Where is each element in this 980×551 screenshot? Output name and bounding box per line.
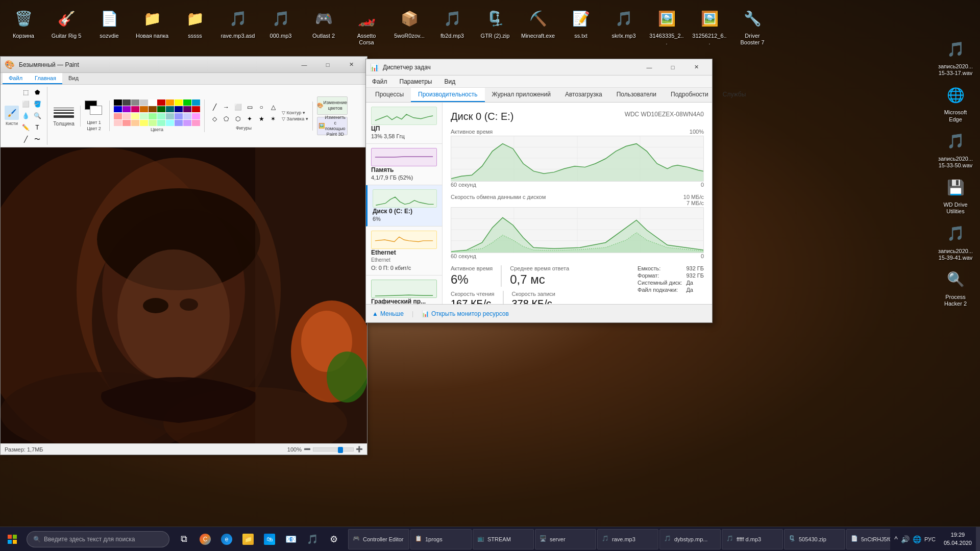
color-cell[interactable] xyxy=(166,106,174,112)
desktop-icon-right-запись2020..._15-33-50.wav[interactable]: 🎵 запись2020... 15-33-50.wav xyxy=(935,127,976,171)
desktop-icon-guitar_rig_5[interactable]: 🎸 Guitar Rig 5 xyxy=(47,4,86,48)
tm-menu-view[interactable]: Вид xyxy=(442,77,457,86)
browser-icon-btn[interactable]: C xyxy=(195,527,215,552)
shape-hex[interactable]: ⬡ xyxy=(232,113,243,124)
tool-curve[interactable]: 〜 xyxy=(32,134,43,145)
desktop-icon-skrlx.mp3[interactable]: 🎵 skrlx.mp3 xyxy=(604,4,643,48)
tm-tab-users[interactable]: Пользователи xyxy=(609,88,664,102)
explorer-icon-btn[interactable]: 📁 xyxy=(238,527,258,552)
shape-triangle[interactable]: △ xyxy=(267,102,279,113)
shape-star4[interactable]: ✦ xyxy=(244,113,255,124)
tm-footer-less[interactable]: ▲ Меньше xyxy=(372,310,404,317)
perf-panel-cpu[interactable]: ЦП 13% 3,58 Ггц xyxy=(366,103,442,144)
desktop-icon-31463335_2...[interactable]: 🖼️ 31463335_2... xyxy=(647,4,686,48)
tool-pencil[interactable]: ✏️ xyxy=(20,122,31,133)
desktop-icon-right-wd_drive_utilities[interactable]: 💾 WD Drive Utilities xyxy=(935,173,976,217)
color-cell[interactable] xyxy=(183,120,191,126)
taskbar-app-stream[interactable]: 📺STREAM xyxy=(473,529,534,549)
paint-minimize-button[interactable]: — xyxy=(292,57,316,73)
tool-fill[interactable]: 🪣 xyxy=(32,98,43,110)
language-indicator[interactable]: РУС xyxy=(924,536,936,542)
shape-arrow[interactable]: → xyxy=(220,102,232,113)
tool-eyedropper[interactable]: 💧 xyxy=(20,110,31,121)
desktop-icon-right-process_hacker_2[interactable]: 🔍 Process Hacker 2 xyxy=(935,265,976,309)
tool-zoom[interactable]: 🔍 xyxy=(32,110,43,121)
thickness-1[interactable] xyxy=(54,108,74,108)
shape-star6[interactable]: ✶ xyxy=(267,113,279,124)
thickness-4[interactable] xyxy=(54,115,74,118)
color-cell[interactable] xyxy=(114,113,122,119)
desktop-icon-gtr_(2).zip[interactable]: 🗜️ GTR (2).zip xyxy=(476,4,514,48)
desktop-icon-assetto_corsa[interactable]: 🏎️ Assetto Corsa xyxy=(347,4,386,48)
show-desktop-button[interactable] xyxy=(976,527,980,552)
desktop-icon-rave.mp3.asd[interactable]: 🎵 rave.mp3.asd xyxy=(218,4,257,48)
color-cell[interactable] xyxy=(114,106,122,112)
task-view-button[interactable]: ⧉ xyxy=(174,527,194,552)
desktop-icon-5wor0zov...[interactable]: 📦 5woR0zov... xyxy=(390,4,429,48)
color-cell[interactable] xyxy=(149,113,157,119)
tm-menu-options[interactable]: Параметры xyxy=(398,77,434,86)
desktop-icon-right-запись2020..._15-33-17.wav[interactable]: 🎵 запись2020... 15-33-17.wav xyxy=(935,35,976,79)
tm-tab-startup[interactable]: Автозагрузка xyxy=(558,88,609,102)
mail-icon-btn[interactable]: 📧 xyxy=(281,527,301,552)
perf-panel-memory[interactable]: Память 4,1/7,9 ГБ (52%) xyxy=(366,144,442,185)
color-cell[interactable] xyxy=(192,113,200,119)
shape-star5[interactable]: ★ xyxy=(256,113,267,124)
desktop-icon-fb2d.mp3[interactable]: 🎵 fb2d.mp3 xyxy=(433,4,472,48)
color-cell[interactable] xyxy=(175,106,183,112)
taskbar-app-dybstyp.mp...[interactable]: 🎵dybstyp.mp... xyxy=(659,529,721,549)
taskbar-app-505430.zip[interactable]: 🗜️505430.zip xyxy=(784,529,845,549)
tm-menu-file[interactable]: Файл xyxy=(370,77,389,86)
tm-tab-services[interactable]: Службы xyxy=(716,88,753,102)
desktop-icon-driver_booster_7[interactable]: 🔧 Driver Booster 7 xyxy=(733,4,772,48)
color-cell[interactable] xyxy=(175,120,183,126)
taskbar-clock[interactable]: 19:29 05.04.2020 xyxy=(940,529,976,549)
shape-rect-round[interactable]: ▭ xyxy=(244,102,255,113)
desktop-icon-minecraft.exe[interactable]: ⛏️ Minecraft.exe xyxy=(519,4,557,48)
zoom-plus[interactable]: ➕ xyxy=(356,446,363,453)
shape-rect[interactable]: ⬜ xyxy=(232,102,243,113)
color-cell[interactable] xyxy=(157,106,165,112)
color-cell[interactable] xyxy=(149,106,157,112)
settings-icon-btn[interactable]: ⚙ xyxy=(324,527,344,552)
color-cell[interactable] xyxy=(131,99,139,106)
color-cell[interactable] xyxy=(192,99,200,106)
color-cell[interactable] xyxy=(131,120,139,126)
store-icon-btn[interactable]: 🛍 xyxy=(259,527,280,552)
color-cell[interactable] xyxy=(140,106,148,112)
color-cell[interactable] xyxy=(166,113,174,119)
paint-tab-view[interactable]: Вид xyxy=(62,73,85,84)
perf-panel-gpu[interactable]: Графический пр... Radeon (TM) RX 480 Gra… xyxy=(366,276,442,304)
perf-panel-ethernet[interactable]: Ethernet Ethernet О: 0 П: 0 кбит/с xyxy=(366,227,442,276)
desktop-icon-right-запись2020..._15-39-41.wav[interactable]: 🎵 запись2020... 15-39-41.wav xyxy=(935,219,976,263)
shape-line[interactable]: ╱ xyxy=(209,102,220,113)
paint-brush-tool[interactable]: 🖌️ xyxy=(5,106,19,120)
tray-chevron[interactable]: ^ xyxy=(894,535,898,543)
zoom-minus[interactable]: ➖ xyxy=(304,446,311,453)
color2-swatch[interactable] xyxy=(90,106,102,115)
color-cell[interactable] xyxy=(122,120,131,126)
tool-text[interactable]: T xyxy=(32,122,43,133)
perf-panel-disk[interactable]: Диск 0 (С: E:) 6% xyxy=(366,185,442,227)
taskbar-app-controller_editor[interactable]: 🎮Controller Editor xyxy=(348,529,409,549)
color-cell[interactable] xyxy=(140,113,148,119)
color-cell[interactable] xyxy=(157,120,165,126)
desktop-icon-sozvdie[interactable]: 📄 sozvdie xyxy=(90,4,129,48)
color-cell[interactable] xyxy=(192,120,200,126)
desktop-icon-31256212_6...[interactable]: 🖼️ 31256212_6... xyxy=(690,4,729,48)
color-cell[interactable] xyxy=(140,99,148,106)
paint-tab-file[interactable]: Файл xyxy=(3,73,29,84)
tm-minimize-button[interactable]: — xyxy=(638,59,661,76)
color-cell[interactable] xyxy=(183,106,191,112)
search-box[interactable]: 🔍 Введите здесь текст для поиска xyxy=(27,531,169,547)
color-cell[interactable] xyxy=(114,120,122,126)
taskbar-app-fffff_d.mp3[interactable]: 🎵fffff d.mp3 xyxy=(722,529,783,549)
desktop-icon-outlast_2[interactable]: 🎮 Outlast 2 xyxy=(304,4,343,48)
desktop-icon-ss.txt[interactable]: 📝 ss.txt xyxy=(561,4,600,48)
color-cell[interactable] xyxy=(122,113,131,119)
tool-line[interactable]: ╱ xyxy=(20,134,31,145)
media-icon-btn[interactable]: 🎵 xyxy=(302,527,323,552)
tm-restore-button[interactable]: □ xyxy=(661,59,684,76)
desktop-icon-000.mp3[interactable]: 🎵 000.mp3 xyxy=(261,4,300,48)
color-cell[interactable] xyxy=(166,120,174,126)
